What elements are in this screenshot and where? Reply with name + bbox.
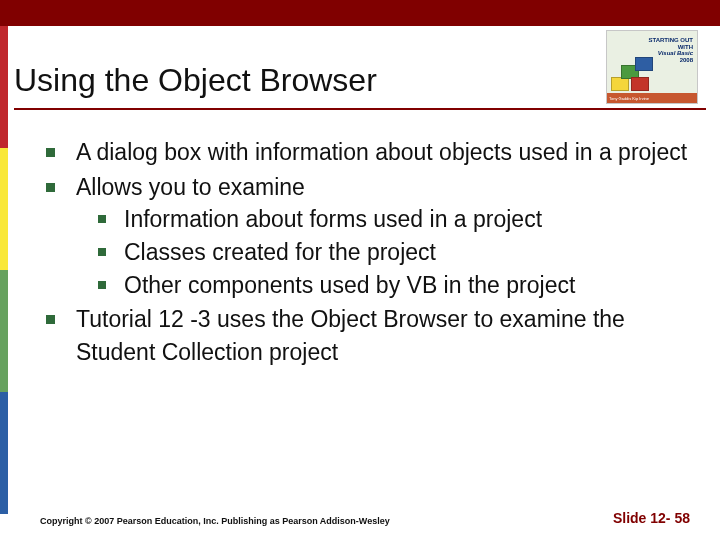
block-blue-icon: [635, 57, 653, 71]
sub-bullet-item: Information about forms used in a projec…: [76, 203, 690, 236]
sub-bullet-list: Information about forms used in a projec…: [76, 203, 690, 301]
stripe-yellow: [0, 148, 8, 270]
title-underline: [14, 108, 706, 110]
top-accent-bar: [0, 0, 720, 26]
sub-bullet-item: Classes created for the project: [76, 236, 690, 269]
block-yellow-icon: [611, 77, 629, 91]
bullet-list: A dialog box with information about obje…: [40, 136, 690, 369]
lego-blocks-icon: [611, 55, 655, 91]
sub-bullet-item: Other components used by VB in the proje…: [76, 269, 690, 302]
stripe-green: [0, 270, 8, 392]
book-authors: Tony Gaddis Kip Irvine: [609, 96, 649, 101]
bullet-text: Allows you to examine: [76, 174, 305, 200]
bullet-item: Allows you to examine Information about …: [40, 171, 690, 302]
bullet-item: A dialog box with information about obje…: [40, 136, 690, 169]
footer: Copyright © 2007 Pearson Education, Inc.…: [40, 510, 690, 526]
slide-number: Slide 12- 58: [613, 510, 690, 526]
textbook-cover-icon: STARTING OUT WITH Visual Basic 2008 Tony…: [606, 30, 698, 104]
content-area: A dialog box with information about obje…: [40, 136, 690, 371]
left-color-stripe: [0, 26, 8, 514]
slide-title: Using the Object Browser: [14, 62, 377, 99]
stripe-red: [0, 26, 8, 148]
book-pretitle: STARTING OUT WITH: [645, 37, 693, 50]
copyright-text: Copyright © 2007 Pearson Education, Inc.…: [40, 516, 390, 526]
bullet-item: Tutorial 12 -3 uses the Object Browser t…: [40, 303, 690, 368]
book-authors-strip: Tony Gaddis Kip Irvine: [607, 93, 697, 103]
stripe-blue: [0, 392, 8, 514]
block-red-icon: [631, 77, 649, 91]
